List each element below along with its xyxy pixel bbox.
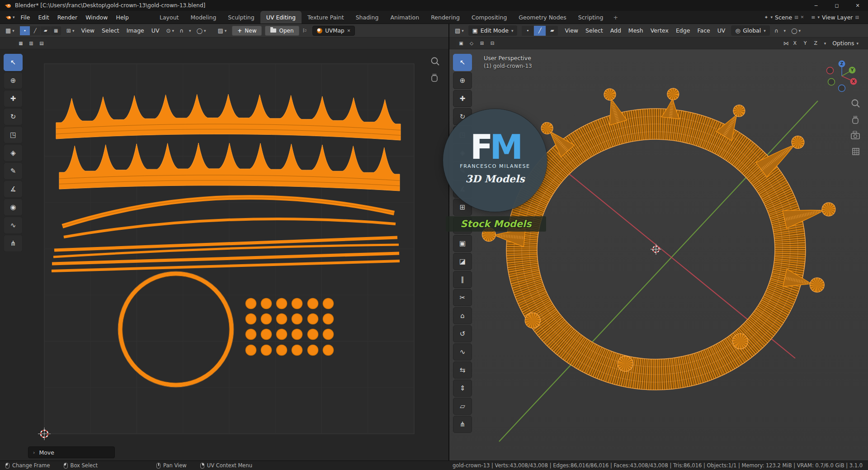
relax-tool-button[interactable]: ∿ [4, 217, 23, 234]
workspace-tab[interactable]: Sculpting [222, 11, 260, 24]
viewport-menu-item[interactable]: UV [714, 25, 729, 36]
snap-toggle-button[interactable]: ∩ [177, 26, 186, 35]
operator-panel[interactable]: › Move [28, 446, 115, 458]
snap-settings-dropdown[interactable]: ▾ [782, 27, 788, 34]
uv-island-dot[interactable] [292, 329, 302, 340]
workspace-tab[interactable]: Scripting [572, 11, 609, 24]
mirror-axis-button[interactable]: Y [801, 39, 810, 47]
uv-island-dot[interactable] [292, 314, 302, 324]
uvmap-selector[interactable]: UVMap ✕ [312, 26, 355, 36]
image-browse-dropdown[interactable]: ▨ ▾ [215, 26, 229, 35]
app-menu-item[interactable]: Help [112, 12, 133, 23]
app-menu-item[interactable]: Edit [34, 12, 53, 23]
uv-sync-select-toggle[interactable]: ▦ [16, 39, 26, 48]
view-layer-selector[interactable]: ≡ ▾ View Layer ▤ [811, 14, 859, 21]
minimize-button[interactable]: ─ [806, 0, 826, 11]
mirror-axis-button[interactable]: Z [811, 39, 821, 47]
uv-island-dot[interactable] [246, 329, 256, 340]
uv-island-dot[interactable] [308, 299, 318, 309]
mirror-axis-button[interactable]: X [790, 39, 800, 47]
knife-tool-button[interactable]: ✂ [453, 289, 472, 306]
uv-editor-menu-item[interactable]: Image [123, 25, 148, 36]
copy-icon[interactable]: ▤ [855, 15, 859, 19]
uv-overlay-toggle[interactable]: ▤ [37, 39, 47, 48]
snap-toggle[interactable]: ◇ [467, 39, 476, 48]
workspace-tab[interactable]: Shading [350, 11, 385, 24]
cursor-tool-button[interactable]: ⊕ [4, 72, 23, 89]
face-select-mode-button[interactable]: ▰ [546, 26, 558, 36]
mode-selector-dropdown[interactable]: ▣ Edit Mode ▾ [468, 25, 518, 36]
transform-tool-button[interactable]: ◈ [4, 144, 23, 161]
pivot-point-dropdown[interactable]: ⊙ ▾ [164, 26, 177, 35]
rotate-tool-button[interactable]: ↻ [4, 108, 23, 125]
workspace-tab[interactable]: Texture Paint [302, 11, 350, 24]
viewport-nav-icons[interactable] [851, 100, 859, 155]
xray-toggle[interactable]: ⊟ [487, 39, 497, 48]
app-menu-item[interactable]: Render [53, 12, 82, 23]
transform-pivot-toggle[interactable]: ▣ [456, 39, 466, 48]
uv-island-dot[interactable] [277, 314, 287, 324]
sticky-selection-dropdown[interactable]: ⊞ ▾ [64, 26, 77, 35]
open-image-button[interactable]: Open [265, 26, 299, 36]
close-icon[interactable]: ✕ [347, 28, 351, 33]
maximize-button[interactable]: ◻ [826, 0, 847, 11]
smooth-tool-button[interactable]: ∿ [453, 343, 472, 361]
copy-icon[interactable]: ▤ [794, 15, 798, 19]
annotate-tool-button[interactable]: ✎ [4, 162, 23, 180]
measure-tool-button[interactable]: ∡ [4, 180, 23, 198]
vertex-select-mode-button[interactable]: ∙ [522, 26, 533, 36]
blender-menu-button[interactable]: ▾ [4, 14, 17, 21]
close-icon[interactable]: ✕ [801, 15, 804, 19]
grab-tool-button[interactable]: ◉ [4, 199, 23, 216]
tweak-tool-button[interactable]: ↖ [4, 54, 23, 71]
app-menu-item[interactable]: File [17, 12, 34, 23]
uv-island-dot[interactable] [277, 299, 287, 309]
uv-island-dot[interactable] [261, 329, 272, 340]
add-workspace-button[interactable]: + [609, 14, 622, 21]
poly-build-tool-button[interactable]: ⌂ [453, 307, 472, 324]
viewport-editor-type-dropdown[interactable]: ▧ ▾ [453, 26, 466, 35]
scene-selector[interactable]: ✦ ▾ Scene ▤ ✕ [764, 14, 804, 21]
workspace-tab[interactable]: Animation [384, 11, 425, 24]
viewport-menu-item[interactable]: Edge [672, 25, 693, 36]
workspace-tab[interactable]: UV Editing [260, 11, 302, 24]
shrink-fatten-tool-button[interactable]: ⇕ [453, 380, 472, 397]
uv-island-dot[interactable] [261, 299, 272, 309]
uv-edge-mode-button[interactable]: ╱ [30, 26, 40, 35]
workspace-tab[interactable]: Compositing [466, 11, 513, 24]
navigation-gizmo[interactable]: ZYX [827, 61, 857, 92]
edge-slide-tool-button[interactable]: ⇆ [453, 361, 472, 379]
cursor-tool-button[interactable]: ⊕ [453, 72, 472, 89]
viewport-menu-item[interactable]: View [561, 25, 582, 36]
viewport-canvas[interactable]: ZYX [449, 49, 867, 461]
uv-island-dot[interactable] [261, 314, 272, 324]
uv-island-dot[interactable] [277, 329, 287, 340]
uv-island-dot[interactable] [323, 299, 334, 309]
uv-select-box-toggle[interactable]: ▥ [26, 39, 36, 48]
uv-island-dot[interactable] [246, 299, 256, 309]
uv-island-dot[interactable] [308, 314, 318, 324]
uv-editor-type-dropdown[interactable]: ▦ ▾ [3, 26, 17, 35]
uv-island-dot[interactable] [277, 345, 287, 356]
tweak-tool-button[interactable]: ↖ [453, 54, 472, 71]
uv-island-dot[interactable] [261, 345, 272, 356]
close-button[interactable]: ✕ [847, 0, 868, 11]
uv-island-dot[interactable] [292, 299, 302, 309]
viewport-menu-item[interactable]: Add [607, 25, 625, 36]
proportional-edit-button[interactable]: ◯ ▾ [789, 26, 803, 35]
uv-island-dot[interactable] [246, 314, 256, 324]
uv-island-dot[interactable] [323, 314, 334, 324]
snap-settings-dropdown[interactable]: ▾ [187, 27, 193, 34]
transform-orientation-dropdown[interactable]: ◎ Global ▾ [731, 25, 769, 36]
uv-island-dot[interactable] [308, 345, 318, 356]
uv-island-dot[interactable] [323, 345, 334, 356]
uv-nav-icons[interactable] [432, 58, 439, 82]
uv-canvas[interactable] [0, 49, 448, 461]
app-menu-item[interactable]: Window [81, 12, 112, 23]
scale-tool-button[interactable]: ◳ [4, 126, 23, 143]
new-image-button[interactable]: + New [232, 26, 262, 36]
workspace-tab[interactable]: Geometry Nodes [513, 11, 572, 24]
uv-island-dot[interactable] [246, 345, 256, 356]
move-tool-button[interactable]: ✚ [453, 90, 472, 107]
inset-faces-tool-button[interactable]: ▣ [453, 235, 472, 252]
